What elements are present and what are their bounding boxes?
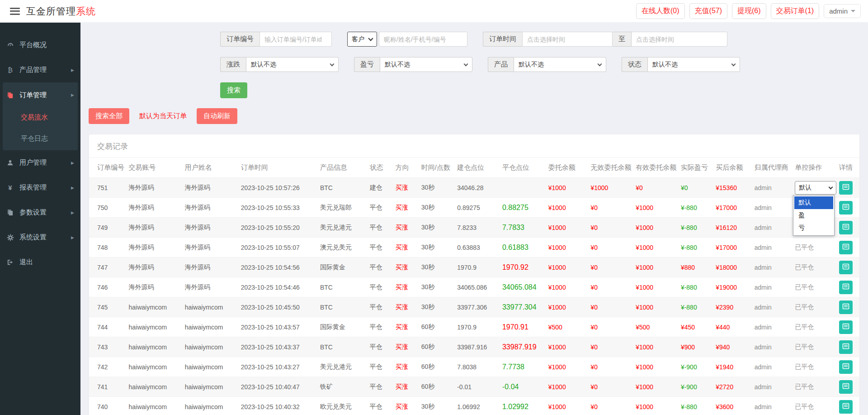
chevron-down-icon (829, 185, 833, 189)
time-end-input[interactable] (632, 32, 727, 47)
cell-actual-profit: ¥-900 (679, 377, 714, 397)
sidebar: 平台概况₿产品管理▶订单管理▶交易流水平仓日志用户管理▶¥报表管理▶参数设置▶系… (0, 23, 80, 415)
cell-account: 海外源码 (127, 218, 183, 238)
sidebar-item-label: 系统设置 (19, 233, 47, 242)
recharge-button[interactable]: 充值(57) (689, 3, 727, 19)
cell-open-price: 34065.086 (455, 277, 500, 297)
cell-product: 国际黄金 (318, 258, 368, 277)
control-option-0[interactable]: 默认 (794, 196, 833, 209)
user-menu[interactable]: admin (824, 4, 861, 18)
sidebar-item-7[interactable]: 退出 (0, 250, 80, 275)
withdraw-button[interactable]: 提现(6) (732, 3, 766, 19)
sidebar-subitem-1[interactable]: 平仓日志 (3, 128, 78, 149)
cell-open-price: 1970.9 (455, 258, 500, 277)
cell-agent: admin (753, 397, 793, 415)
profit-select[interactable]: 默认不选 (380, 57, 472, 72)
status-select[interactable]: 默认不选 (647, 57, 740, 72)
trade-orders-button[interactable]: 交易订单(1) (771, 3, 820, 19)
cell-product: 澳元兑美元 (318, 238, 368, 258)
detail-button[interactable] (839, 261, 853, 274)
cell-valid-entrust: ¥1000 (634, 258, 679, 277)
sidebar-item-4[interactable]: ¥报表管理▶ (0, 175, 80, 200)
cell-invalid-entrust: ¥0 (589, 297, 634, 317)
search-button[interactable]: 搜索 (220, 82, 247, 98)
cell-duration: 30秒 (420, 218, 455, 238)
sidebar-item-3[interactable]: 用户管理▶ (0, 150, 80, 175)
detail-button[interactable] (839, 360, 853, 374)
cell-after-balance: ¥1940 (714, 357, 753, 377)
menu-toggle-icon[interactable] (10, 8, 20, 15)
cell-account: 海外源码 (127, 277, 183, 297)
order-no-filter: 订单编号 (220, 32, 332, 47)
cell-after-balance: ¥2720 (714, 377, 753, 397)
control-option-2[interactable]: 亏 (794, 222, 833, 234)
table-row: 744haiwaiymcomhaiwaiymcom2023-10-25 10:4… (89, 317, 859, 337)
detail-button[interactable] (839, 320, 853, 334)
detail-button[interactable] (839, 181, 853, 195)
auto-refresh-button[interactable]: 自动刷新 (197, 108, 237, 124)
detail-button[interactable] (839, 400, 853, 414)
cell-detail (837, 198, 859, 218)
sidebar-item-6[interactable]: 系统设置▶ (0, 225, 80, 250)
cell-close-price: 1970.92 (500, 258, 547, 277)
cell-order-id: 751 (89, 178, 127, 198)
product-select[interactable]: 默认不选 (514, 57, 606, 72)
cell-order-time: 2023-10-25 10:40:47 (239, 377, 318, 397)
detail-button[interactable] (839, 241, 853, 254)
cell-detail (837, 357, 859, 377)
cell-valid-entrust: ¥1000 (634, 218, 679, 238)
order-time-filter: 订单时间 至 (483, 32, 727, 47)
detail-button[interactable] (839, 221, 853, 234)
action-row: 搜索全部 默认为当天订单 自动刷新 (89, 108, 860, 124)
customer-input[interactable] (379, 32, 467, 47)
profit-filter: 盈亏 默认不选 (354, 57, 472, 72)
online-users-button[interactable]: 在线人数(0) (636, 3, 685, 19)
cell-user-name: haiwaiymcom (183, 317, 239, 337)
detail-button[interactable] (839, 380, 853, 394)
control-status-text: 已平仓 (795, 283, 814, 291)
cell-detail (837, 297, 859, 317)
cell-order-time: 2023-10-25 10:45:50 (239, 297, 318, 317)
detail-button[interactable] (839, 201, 853, 215)
rise-fall-select[interactable]: 默认不选 (246, 57, 339, 72)
cell-agent: admin (753, 297, 793, 317)
cell-user-name: 海外源码 (183, 238, 239, 258)
cell-user-name: 海外源码 (183, 277, 239, 297)
cell-user-name: haiwaiymcom (183, 297, 239, 317)
detail-button[interactable] (839, 301, 853, 314)
cell-direction: 买涨 (394, 397, 420, 415)
cell-valid-entrust: ¥1000 (634, 397, 679, 415)
cell-status: 建仓 (368, 178, 394, 198)
control-option-1[interactable]: 盈 (794, 209, 833, 222)
sidebar-item-label: 报表管理 (19, 183, 47, 192)
cell-detail (837, 397, 859, 415)
customer-type-select[interactable]: 客户 (347, 32, 377, 47)
detail-button[interactable] (839, 340, 853, 354)
sidebar-item-2[interactable]: 订单管理▶ (3, 83, 78, 107)
cell-product: 铁矿 (318, 377, 368, 397)
search-all-button[interactable]: 搜索全部 (89, 108, 129, 124)
cell-control: 已平仓 (793, 317, 837, 337)
control-select[interactable]: 默认 (795, 181, 836, 195)
order-no-input[interactable] (259, 32, 332, 47)
customer-filter: 客户 (347, 32, 467, 47)
cell-direction: 买涨 (394, 178, 420, 198)
sidebar-subitem-0[interactable]: 交易流水 (3, 107, 78, 128)
control-status-text: 已平仓 (795, 243, 814, 251)
sidebar-item-0[interactable]: 平台概况 (0, 33, 80, 57)
rise-fall-filter: 涨跌 默认不选 (220, 57, 339, 72)
time-start-input[interactable] (522, 32, 613, 47)
status-label: 状态 (622, 57, 647, 72)
cell-open-price: 1970.9 (455, 317, 500, 337)
cell-invalid-entrust: ¥0 (589, 198, 634, 218)
cell-entrust-balance: ¥1000 (547, 357, 589, 377)
sidebar-item-5[interactable]: 参数设置▶ (0, 200, 80, 225)
cell-direction: 买涨 (394, 357, 420, 377)
list-icon (842, 223, 849, 232)
sidebar-item-1[interactable]: ₿产品管理▶ (0, 57, 80, 82)
main-content: 订单编号 客户 订单时间 至 涨跌 默认不选 (80, 23, 868, 415)
detail-button[interactable] (839, 281, 853, 294)
cell-product: 美元兑港元 (318, 218, 368, 238)
sidebar-item-label: 退出 (19, 258, 33, 267)
cell-product: 国际黄金 (318, 317, 368, 337)
